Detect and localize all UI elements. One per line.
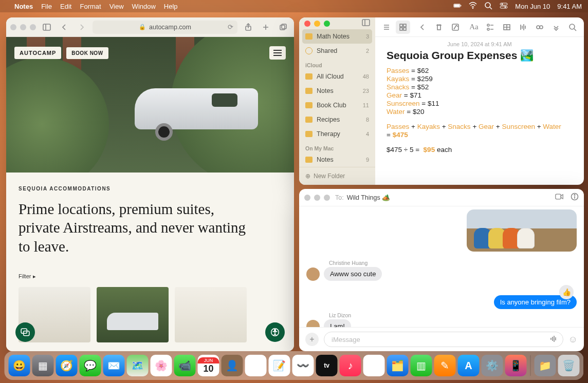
window-zoom[interactable] [324,21,330,27]
table-icon[interactable] [500,21,514,34]
dock-app-pages[interactable]: ✎ [434,355,456,376]
viewmode-gallery-icon[interactable] [396,21,410,34]
message-bubble[interactable]: I am! [324,319,351,327]
filter-button[interactable]: Filter ▸ [19,273,282,280]
dock-app-iphone-mirroring[interactable]: 📱 [505,355,527,376]
menu-help[interactable]: Help [164,3,178,10]
window-close[interactable] [304,195,310,201]
to-field[interactable]: To: Wild Things 🏕️ [335,194,390,201]
dock-app-mail[interactable]: ✉️ [103,355,125,376]
menubar-date[interactable]: Mon Jun 10 [515,3,550,10]
search-icon[interactable] [565,21,580,34]
control-center-icon[interactable] [500,2,508,11]
url-field[interactable]: 🔒 autocamp.com ⟳ [93,21,237,34]
dock-app-calendar[interactable]: JUN10 [198,355,219,376]
nav-back-icon[interactable] [58,21,71,34]
note-body[interactable]: June 10, 2024 at 9:41 AM Sequoia Group E… [375,37,584,162]
dock-app-freeform[interactable]: 〰️ [292,355,314,376]
media-icon[interactable] [516,21,530,34]
sidebar-item-notes[interactable]: Notes23 [299,84,375,98]
sidebar-item-math-notes[interactable]: Math Notes 3 [302,29,372,44]
dock-app-numbers[interactable]: ▥ [411,355,432,376]
window-zoom[interactable] [30,24,36,30]
new-folder-button[interactable]: ⊕New Folder [299,167,375,185]
sidebar-item-recipes[interactable]: Recipes8 [299,112,375,127]
window-close[interactable] [10,24,16,30]
dock-app-launchpad[interactable]: ▦ [32,355,54,376]
sidebar-toggle-icon[interactable] [362,18,370,28]
menu-view[interactable]: View [109,3,124,10]
format-aa-icon[interactable]: Aa [467,21,481,34]
battery-icon[interactable] [453,2,462,11]
wifi-icon[interactable] [469,2,477,11]
listing-card[interactable] [175,287,247,342]
chat-fab-icon[interactable] [15,322,35,342]
dock-stack-downloads[interactable]: 📁 [535,355,556,376]
sidebar-toggle-icon[interactable] [40,21,53,34]
book-now-button[interactable]: BOOK NOW [66,47,108,59]
new-tab-icon[interactable] [259,21,272,34]
spotlight-icon[interactable] [484,2,492,11]
message-bubble[interactable]: Awww soo cute [324,267,382,281]
dock-app-appstore[interactable]: A [458,355,480,376]
menubar-app-name[interactable]: Notes [14,3,33,10]
reload-icon[interactable]: ⟳ [228,23,233,31]
window-zoom[interactable] [324,195,330,201]
window-minimize[interactable] [20,24,26,30]
dock-trash[interactable]: 🗑️ [558,355,580,376]
dock-app-music[interactable]: ♪ [340,355,361,376]
dock-app-notes[interactable]: 📝 [269,355,290,376]
window-close[interactable] [304,21,310,27]
menu-edit[interactable]: Edit [60,3,71,10]
share-icon[interactable] [242,21,255,34]
message-photo-attachment[interactable] [467,209,577,252]
window-minimize[interactable] [314,21,320,27]
menu-window[interactable]: Window [132,3,156,10]
dock-app-contacts[interactable]: 👤 [222,355,243,376]
listing-card[interactable] [97,287,169,342]
trash-icon[interactable] [432,21,446,34]
sidebar-item-all-icloud[interactable]: All iCloud48 [299,69,375,84]
message-thread[interactable]: Christine Huang Awww soo cute 👍 Is anyon… [299,206,584,327]
apps-plus-icon[interactable]: + [305,333,319,346]
accessibility-fab-icon[interactable] [265,322,285,342]
message-input[interactable]: iMessage [324,332,563,347]
back-icon[interactable] [415,21,430,34]
hamburger-menu-icon[interactable] [269,46,286,60]
autocamp-logo[interactable]: AUTOCAMP [14,47,61,59]
nav-forward-icon[interactable] [75,21,88,34]
dock-app-settings[interactable]: ⚙️ [482,355,503,376]
dock-app-tv[interactable]: tv [316,355,338,376]
menu-format[interactable]: Format [80,3,101,10]
avatar[interactable] [306,267,320,281]
dock-app-keynote[interactable]: 🗂️ [387,355,409,376]
dock-app-news[interactable]: N [363,355,385,376]
facetime-icon[interactable] [555,193,563,202]
tapback-reaction[interactable]: 👍 [559,285,574,299]
dock-app-facetime[interactable]: 📹 [174,355,196,376]
menubar-time[interactable]: 9:41 AM [557,3,582,10]
link-icon[interactable] [532,21,547,34]
sidebar-item-shared[interactable]: Shared 2 [299,44,375,58]
section-eyebrow: SEQUOIA ACCOMMODATIONS [19,186,282,192]
sidebar-item-therapy[interactable]: Therapy4 [299,127,375,141]
dock-app-maps[interactable]: 🗺️ [127,355,149,376]
tabs-overview-icon[interactable] [277,21,290,34]
dock-app-reminders[interactable]: ▤ [245,355,267,376]
viewmode-list-icon[interactable] [379,21,394,34]
audio-message-icon[interactable] [549,335,558,344]
dock-app-photos[interactable]: 🌸 [151,355,172,376]
sidebar-item-book-club[interactable]: Book Club11 [299,98,375,112]
avatar[interactable] [306,320,320,327]
menu-file[interactable]: File [41,3,52,10]
info-icon[interactable] [571,193,579,202]
dock-app-finder[interactable]: 😀 [9,355,30,376]
checklist-icon[interactable] [483,21,498,34]
dock-app-messages[interactable]: 💬 [80,355,101,376]
emoji-picker-icon[interactable]: ☺ [568,334,578,345]
window-minimize[interactable] [314,195,320,201]
compose-icon[interactable] [448,21,463,34]
dock-app-safari[interactable]: 🧭 [56,355,78,376]
sidebar-item-onmac-notes[interactable]: Notes9 [299,152,375,167]
more-icon[interactable] [549,21,563,34]
